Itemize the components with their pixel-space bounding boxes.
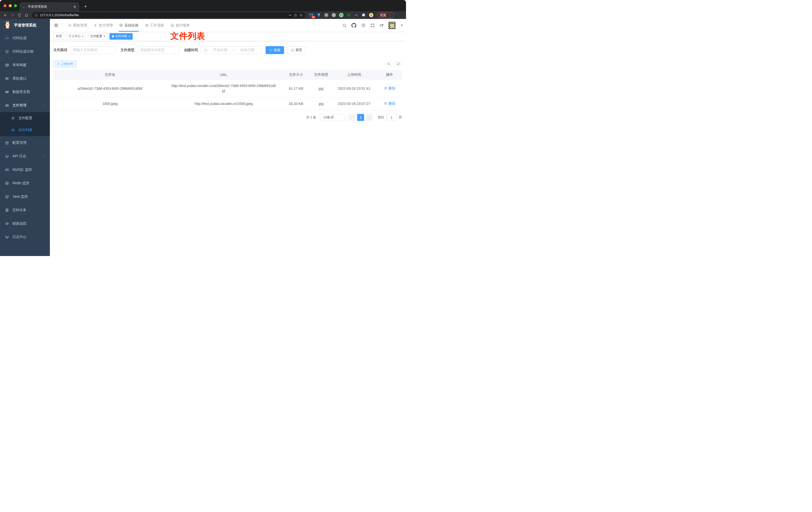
- tag-首页[interactable]: 首页: [53, 33, 64, 40]
- annotation-overlay: 文件列表: [170, 30, 205, 42]
- zoom-window-button[interactable]: [14, 4, 17, 7]
- chevron-down-icon: [42, 155, 46, 158]
- sidebar-item-代码生成示例[interactable]: 代码生成示例: [0, 45, 50, 58]
- next-page-button[interactable]: [366, 114, 373, 121]
- reset-button[interactable]: 重置: [287, 46, 306, 54]
- top-menu-系统管理[interactable]: 系统管理: [65, 19, 90, 32]
- start-date-input[interactable]: 开始日期: [209, 48, 231, 52]
- forward-icon[interactable]: [9, 12, 16, 18]
- fullscreen-icon[interactable]: [370, 23, 375, 28]
- sidebar-subitem-文件列表[interactable]: 文件列表: [0, 124, 50, 136]
- tag-close-icon[interactable]: ×: [128, 35, 130, 38]
- refresh-table-button[interactable]: [395, 60, 402, 67]
- avatar[interactable]: [388, 22, 396, 29]
- cell-actions: 删除: [377, 80, 402, 97]
- prev-page-button[interactable]: [348, 114, 356, 121]
- share-icon[interactable]: [294, 13, 297, 17]
- site-info-icon[interactable]: [34, 13, 38, 17]
- tag-文件配置[interactable]: 文件配置×: [88, 33, 108, 40]
- page-number-button[interactable]: 1: [357, 114, 364, 121]
- tag-close-icon[interactable]: ×: [104, 35, 105, 38]
- delete-button[interactable]: 删除: [384, 101, 395, 106]
- sidebar-subitem-文件配置[interactable]: 文件配置: [0, 112, 50, 124]
- app-logo-rabbit: [3, 21, 11, 30]
- cell-actions: 删除: [377, 97, 402, 110]
- search-icon[interactable]: [342, 23, 347, 28]
- delete-label: 删除: [388, 86, 395, 91]
- sidebar-item-定时任务[interactable]: 定时任务: [0, 203, 50, 217]
- top-menu-label: 系统管理: [73, 23, 87, 28]
- sidebar-item-Redis 监控[interactable]: Redis 监控: [0, 177, 50, 190]
- date-range-picker[interactable]: 开始日期 - 结束日期: [201, 46, 261, 54]
- extension-dot-icon[interactable]: [332, 13, 336, 17]
- page-size-select[interactable]: 10条/页: [320, 114, 345, 121]
- sidebar-item-API 日志[interactable]: API 日志: [0, 150, 50, 163]
- home-icon[interactable]: [24, 12, 29, 18]
- chevron-down-icon[interactable]: [401, 25, 403, 26]
- main-area: 系统管理支付管理基础设施工作流程统计报表 TT 首页个人中心×文件配置×文件列表…: [50, 19, 406, 256]
- sidebar-submenu: 文件配置文件列表: [0, 112, 50, 136]
- sidebar-item-配置管理[interactable]: 配置管理: [0, 136, 50, 150]
- cell-file-size: 81.17 KB: [281, 80, 311, 97]
- extension-tiles-icon[interactable]: 11: [309, 13, 314, 17]
- bookmark-star-icon[interactable]: [299, 13, 303, 17]
- minimize-window-button[interactable]: [9, 4, 12, 7]
- help-icon[interactable]: [361, 23, 366, 28]
- search-button[interactable]: 搜索: [266, 46, 284, 54]
- top-menu-label: 基础设施: [124, 23, 138, 28]
- reload-icon[interactable]: [17, 12, 23, 18]
- sidebar-item-代码生成[interactable]: 代码生成: [0, 31, 50, 45]
- sidebar-item-数据库文档[interactable]: 数据库文档: [0, 85, 50, 99]
- tag-文件列表[interactable]: 文件列表×: [110, 33, 133, 40]
- page-content: 文件路径 请输入文件路径 文件类型 请选择文件类型 创建时间: [50, 41, 406, 121]
- file-type-select[interactable]: 请选择文件类型: [137, 46, 179, 54]
- top-menu-基础设施[interactable]: 基础设施: [116, 19, 142, 32]
- tag-close-icon[interactable]: ×: [82, 35, 84, 38]
- sidebar-item-MySQL 监控[interactable]: MySQL 监控: [0, 163, 50, 177]
- browser-menu-icon[interactable]: ⋮: [388, 13, 392, 17]
- end-date-input[interactable]: 结束日期: [236, 48, 258, 52]
- table-row: a294ecb2-73dd-4353-bf40-296b8931d0bfhttp…: [53, 80, 402, 97]
- sidebar-item-表单构建[interactable]: 表单构建: [0, 58, 50, 72]
- app-logo-row[interactable]: 芋道管理系统: [0, 19, 50, 31]
- extension-emoji-icon[interactable]: [369, 13, 373, 17]
- sidebar-item-日志中心[interactable]: 日志中心: [0, 230, 50, 244]
- tab-close-icon[interactable]: ✕: [72, 5, 77, 9]
- url-text[interactable]: 127.0.0.1:1024/infra/file/file: [40, 13, 286, 17]
- extension-y-icon[interactable]: y: [339, 13, 343, 17]
- extension-command-icon[interactable]: ⌘: [324, 13, 328, 17]
- delete-button[interactable]: 删除: [384, 86, 395, 91]
- top-menu-支付管理[interactable]: 支付管理: [90, 19, 116, 32]
- sidebar-collapse-icon[interactable]: [50, 23, 61, 28]
- back-icon[interactable]: [2, 12, 8, 18]
- column-header-操作: 操作: [377, 70, 402, 80]
- password-key-icon[interactable]: [288, 13, 292, 17]
- font-size-icon[interactable]: TT: [380, 23, 383, 27]
- show-search-button[interactable]: [385, 60, 392, 67]
- extension-star-icon[interactable]: [347, 13, 351, 17]
- new-tab-button[interactable]: +: [82, 3, 89, 10]
- cell-url: http://test.yudao.iocoder.cn/1000.jpeg: [167, 97, 281, 110]
- filter-form: 文件路径 请输入文件路径 文件类型 请选择文件类型 创建时间: [53, 46, 402, 54]
- sidebar-item-系统接口[interactable]: 系统接口: [0, 72, 50, 85]
- top-menu-统计报表[interactable]: 统计报表: [167, 19, 193, 32]
- top-menu-label: 工作流程: [150, 23, 164, 28]
- sidebar-item-文件管理[interactable]: 文件管理: [0, 99, 50, 112]
- top-menu-工作流程[interactable]: 工作流程: [142, 19, 167, 32]
- extension-puzzle-icon[interactable]: [361, 13, 366, 17]
- browser-tab[interactable]: 芋道管理系统 ✕: [20, 2, 79, 11]
- upload-file-button[interactable]: 上传文件: [53, 60, 77, 67]
- extension-eye-icon[interactable]: [354, 13, 358, 17]
- shield-check-icon: [5, 50, 9, 54]
- extension-pin-icon[interactable]: [317, 13, 321, 17]
- sidebar-item-Java 监控[interactable]: Java 监控: [0, 190, 50, 203]
- tag-个人中心[interactable]: 个人中心×: [66, 33, 86, 40]
- file-path-input[interactable]: 请输入文件路径: [70, 46, 116, 54]
- browser-update-button[interactable]: 更新 ⋮: [377, 12, 394, 18]
- sidebar-item-链路追踪[interactable]: 链路追踪: [0, 217, 50, 230]
- close-window-button[interactable]: [3, 4, 6, 7]
- cell-file-type: jpg: [312, 80, 331, 97]
- url-bar[interactable]: 127.0.0.1:1024/infra/file/file: [32, 12, 305, 18]
- goto-page-input[interactable]: [386, 114, 397, 121]
- github-icon[interactable]: [351, 23, 356, 28]
